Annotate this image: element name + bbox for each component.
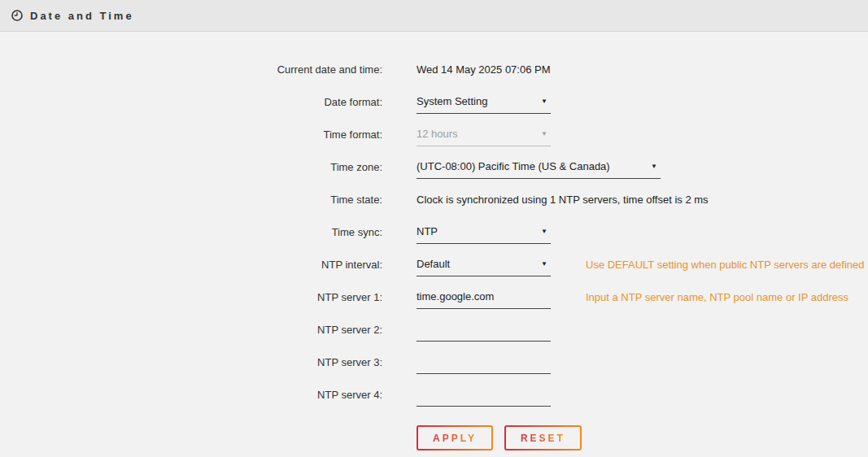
ntp-server-3-label: NTP server 3: [0, 356, 382, 368]
date-format-label: Date format: [0, 96, 382, 108]
ntp-interval-label: NTP interval: [0, 259, 382, 271]
ntp-interval-select[interactable]: Default ▼ [417, 253, 551, 276]
apply-button-label: APPLY [433, 433, 477, 444]
current-datetime-value: Wed 14 May 2025 07:06 PM [417, 63, 551, 76]
row-date-format: Date format: System Setting ▼ [0, 85, 868, 118]
row-ntp-server-4: NTP server 4: [0, 378, 868, 411]
row-time-zone: Time zone: (UTC-08:00) Pacific Time (US … [0, 150, 868, 183]
ntp-server-4-label: NTP server 4: [0, 389, 382, 401]
chevron-down-icon: ▼ [651, 163, 661, 170]
date-format-select[interactable]: System Setting ▼ [417, 90, 551, 114]
row-ntp-server-2: NTP server 2: [0, 313, 868, 346]
ntp-server-1-hint: Input a NTP server name, NTP pool name o… [586, 291, 848, 303]
row-current-datetime: Current date and time: Wed 14 May 2025 0… [0, 53, 868, 85]
chevron-down-icon: ▼ [541, 228, 551, 235]
ntp-server-4-input[interactable] [417, 383, 551, 407]
row-time-format: Time format: 12 hours ▼ [0, 118, 868, 150]
time-state-label: Time state: [0, 194, 382, 206]
time-format-select: 12 hours ▼ [417, 123, 551, 146]
chevron-down-icon: ▼ [541, 261, 551, 268]
time-zone-label: Time zone: [0, 161, 382, 173]
time-state-value: Clock is synchronized using 1 NTP server… [417, 194, 709, 206]
reset-button-label: RESET [521, 433, 565, 444]
time-format-selected-value: 12 hours [417, 128, 458, 140]
apply-button[interactable]: APPLY [417, 425, 493, 450]
chevron-down-icon: ▼ [541, 98, 551, 105]
time-format-label: Time format: [0, 128, 382, 141]
row-time-state: Time state: Clock is synchronized using … [0, 183, 868, 215]
ntp-interval-selected-value: Default [417, 258, 450, 270]
form-actions: APPLY RESET [417, 425, 868, 450]
time-sync-select[interactable]: NTP ▼ [417, 220, 551, 244]
time-sync-selected-value: NTP [417, 225, 438, 237]
clock-icon [11, 10, 23, 21]
ntp-server-2-input[interactable] [417, 318, 551, 342]
ntp-server-1-input[interactable] [417, 285, 551, 309]
row-time-sync: Time sync: NTP ▼ [0, 215, 868, 248]
ntp-server-2-label: NTP server 2: [0, 324, 382, 336]
section-header: Date and Time [0, 0, 868, 32]
row-ntp-interval: NTP interval: Default ▼ Use DEFAULT sett… [0, 248, 868, 281]
row-ntp-server-1: NTP server 1: Input a NTP server name, N… [0, 281, 868, 313]
time-sync-label: Time sync: [0, 226, 382, 238]
ntp-server-1-label: NTP server 1: [0, 291, 382, 303]
ntp-server-3-input[interactable] [417, 350, 551, 374]
time-zone-select[interactable]: (UTC-08:00) Pacific Time (US & Canada) ▼ [417, 155, 661, 179]
date-time-form: Current date and time: Wed 14 May 2025 0… [0, 32, 868, 450]
current-datetime-label: Current date and time: [0, 63, 382, 76]
page-title: Date and Time [30, 10, 134, 22]
reset-button[interactable]: RESET [504, 425, 582, 450]
chevron-down-icon: ▼ [541, 131, 551, 137]
date-format-selected-value: System Setting [417, 95, 487, 107]
time-zone-selected-value: (UTC-08:00) Pacific Time (US & Canada) [417, 160, 610, 172]
row-ntp-server-3: NTP server 3: [0, 346, 868, 378]
ntp-interval-hint: Use DEFAULT setting when public NTP serv… [586, 259, 865, 271]
